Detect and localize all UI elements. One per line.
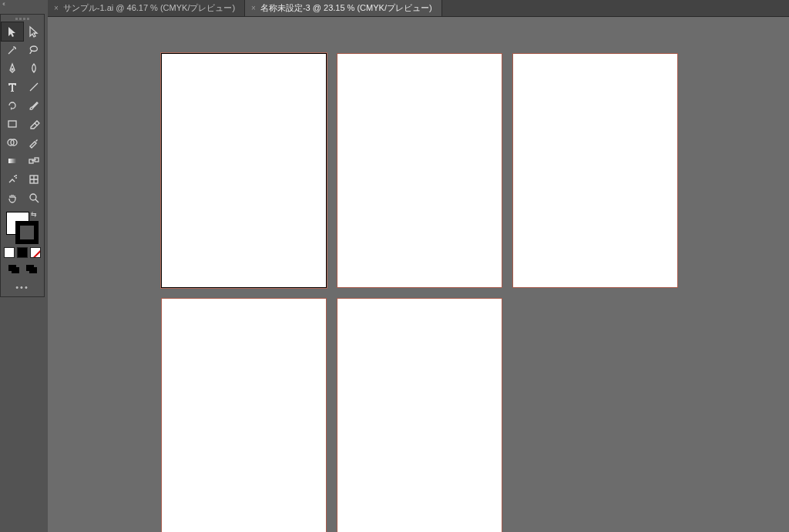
- line-tool[interactable]: [23, 78, 45, 96]
- panel-grip[interactable]: [1, 15, 44, 22]
- close-tab-icon[interactable]: ×: [251, 4, 256, 12]
- type-tool[interactable]: [2, 78, 23, 96]
- color-mode-none[interactable]: [30, 247, 41, 258]
- curvature-tool[interactable]: [23, 59, 45, 78]
- panel-collapse-chevrons[interactable]: ‹‹: [0, 0, 46, 9]
- svg-point-11: [30, 194, 36, 200]
- artboard-2[interactable]: [337, 54, 502, 287]
- rectangle-tool[interactable]: [2, 115, 23, 133]
- edit-toolbar-button[interactable]: •••: [1, 283, 44, 292]
- zoom-tool[interactable]: [23, 189, 45, 207]
- symbol-sprayer-tool[interactable]: [2, 170, 23, 189]
- document-tab-label: 名称未設定-3 @ 23.15 % (CMYK/プレビュー): [260, 2, 432, 14]
- document-tab-label: サンプル-1.ai @ 46.17 % (CMYK/プレビュー): [63, 2, 235, 14]
- color-mode-gradient[interactable]: [17, 247, 28, 258]
- tools-panel: ⇆ •••: [0, 14, 45, 297]
- shape-builder-tool[interactable]: [2, 133, 23, 152]
- blend-tool[interactable]: [23, 152, 45, 170]
- stroke-color-swatch[interactable]: [15, 221, 39, 244]
- svg-point-0: [12, 69, 13, 70]
- pen-tool[interactable]: [2, 59, 23, 78]
- svg-point-9: [15, 175, 17, 176]
- document-tab-2[interactable]: × 名称未設定-3 @ 23.15 % (CMYK/プレビュー): [245, 0, 442, 16]
- gradient-tool[interactable]: [2, 152, 23, 170]
- artboard-5[interactable]: [337, 299, 502, 532]
- svg-rect-4: [8, 159, 16, 163]
- document-tab-1[interactable]: × サンプル-1.ai @ 46.17 % (CMYK/プレビュー): [48, 0, 245, 16]
- mesh-tool[interactable]: [23, 170, 45, 189]
- eraser-tool[interactable]: [23, 115, 45, 133]
- lasso-tool[interactable]: [23, 41, 45, 59]
- svg-rect-15: [29, 267, 37, 273]
- artboards-grid: [162, 54, 677, 532]
- fill-stroke-swatch[interactable]: ⇆: [5, 210, 40, 246]
- document-tabs: × サンプル-1.ai @ 46.17 % (CMYK/プレビュー) × 名称未…: [48, 0, 789, 17]
- draw-normal-icon[interactable]: [6, 263, 22, 275]
- selection-tool[interactable]: [2, 22, 23, 41]
- rotate-tool[interactable]: [2, 96, 23, 115]
- swap-fill-stroke-icon[interactable]: ⇆: [31, 210, 40, 219]
- svg-point-7: [14, 176, 15, 177]
- svg-point-8: [15, 177, 17, 179]
- svg-rect-5: [29, 159, 33, 163]
- draw-mode-row: [1, 263, 44, 275]
- draw-behind-icon[interactable]: [24, 263, 39, 275]
- eyedropper-tool[interactable]: [23, 133, 45, 152]
- direct-selection-tool[interactable]: [23, 22, 45, 41]
- color-mode-row: [1, 247, 44, 258]
- canvas-area[interactable]: [48, 17, 789, 532]
- magic-wand-tool[interactable]: [2, 41, 23, 59]
- color-mode-solid[interactable]: [4, 247, 15, 258]
- hand-tool[interactable]: [2, 189, 23, 207]
- artboard-1[interactable]: [162, 54, 326, 287]
- artboard-4[interactable]: [162, 299, 326, 532]
- brush-tool[interactable]: [23, 96, 45, 115]
- svg-rect-13: [12, 267, 19, 273]
- artboard-3[interactable]: [513, 54, 677, 287]
- svg-rect-1: [8, 121, 16, 127]
- close-tab-icon[interactable]: ×: [54, 4, 59, 12]
